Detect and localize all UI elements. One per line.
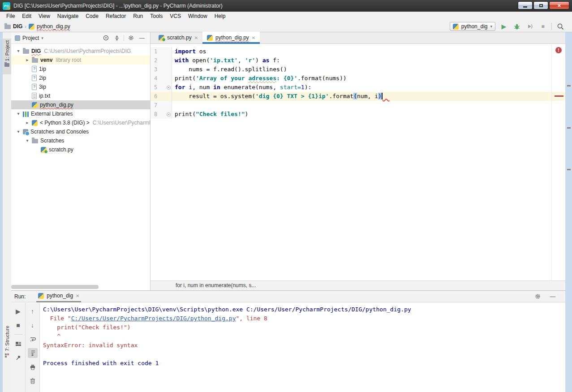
tree-row[interactable]: ▾Scratches and Consoles (11, 127, 150, 136)
tree-row[interactable]: 1ip (11, 65, 150, 73)
editor-tab-scratch-py[interactable]: scratch.py✕ (154, 32, 202, 43)
collapse-all-button[interactable] (112, 34, 121, 43)
close-icon[interactable]: ✕ (194, 35, 198, 40)
code-line[interactable]: 4print('Array of your adresses: {0}'.for… (151, 74, 565, 83)
tree-row[interactable]: ▸venvlibrary root (11, 56, 150, 65)
breadcrumb: DIG › python_dig.py (0, 23, 70, 30)
code-line[interactable]: 5for i, num in enumerate(nums, start=1): (151, 83, 565, 92)
rerun-button[interactable]: ▶ (13, 306, 23, 316)
tool-window-button-structure[interactable]: 7: Structure (3, 326, 11, 358)
error-indicator-icon[interactable]: ! (555, 47, 562, 53)
fold-marker-icon[interactable] (167, 112, 171, 116)
menu-item-run[interactable]: Run (129, 12, 146, 21)
stop-process-button[interactable]: ■ (13, 320, 23, 330)
breadcrumb-project[interactable]: DIG (13, 23, 22, 30)
close-icon[interactable]: ✕ (252, 35, 255, 40)
chevron-down-icon[interactable]: ▾ (14, 109, 23, 118)
clear-console-button[interactable] (28, 376, 38, 386)
tree-row[interactable]: ▾DIGC:\Users\User\PycharmProjects\DIG (11, 47, 150, 56)
tab-label: scratch.py (167, 34, 192, 41)
line-number: 6 (151, 92, 166, 101)
tree-row[interactable]: ip.txt (11, 91, 150, 100)
chevron-right-icon[interactable]: ▸ (23, 118, 32, 127)
tree-row[interactable]: ▾External Libraries (11, 109, 150, 118)
next-occurrence-button[interactable]: ↓ (28, 320, 38, 330)
code-editor[interactable]: 1import os2with open('ip.txt', 'r') as f… (151, 44, 565, 280)
run-configuration-select[interactable]: python_dig ▾ (450, 22, 495, 31)
run-console[interactable]: C:\Users\User\PycharmProjects\DIG\venv\S… (40, 303, 565, 392)
chevron-down-icon[interactable]: ▾ (41, 36, 43, 40)
editor-tabbar: scratch.py✕python_dig.py✕ (151, 32, 565, 44)
soft-wrap-button[interactable] (28, 334, 38, 344)
chevron-down-icon[interactable]: ▾ (14, 127, 23, 136)
chevron-right-icon[interactable]: ▸ (23, 56, 32, 65)
hide-run-panel-button[interactable]: — (548, 292, 557, 301)
restore-layout-button[interactable] (13, 339, 23, 349)
run-tab[interactable]: python_dig ✕ (36, 291, 81, 302)
search-everywhere-button[interactable] (556, 22, 565, 31)
prev-occurrence-button[interactable]: ↑ (28, 306, 38, 316)
breadcrumb-separator-icon: › (25, 24, 26, 29)
project-panel-title[interactable]: Project (22, 35, 39, 41)
tool-window-button-project[interactable]: 1: Project (3, 40, 11, 67)
menu-item-window[interactable]: Window (185, 12, 211, 21)
print-button[interactable] (28, 362, 38, 372)
tree-row[interactable]: scratch.py (11, 145, 150, 154)
scroll-to-end-button[interactable] (28, 348, 38, 358)
minimize-button[interactable] (518, 1, 533, 9)
close-icon[interactable]: ✕ (76, 293, 79, 298)
tree-row[interactable]: python_dig.py (11, 100, 150, 109)
code-segment: num, i (357, 93, 378, 99)
fold-gutter (166, 65, 172, 74)
breadcrumb-file[interactable]: python_dig.py (37, 23, 70, 30)
tree-row[interactable]: 2ip (11, 73, 150, 82)
code-text (172, 101, 565, 110)
menu-item-edit[interactable]: Edit (18, 12, 35, 21)
file-q-icon (32, 66, 37, 72)
maximize-button[interactable] (533, 1, 548, 9)
menu-item-refactor[interactable]: Refactor (102, 12, 129, 21)
menu-item-help[interactable]: Help (211, 12, 229, 21)
menu-item-code[interactable]: Code (82, 12, 102, 21)
run-panel-label: Run: (14, 293, 26, 300)
code-line[interactable]: 3 nums = f.read().splitlines() (151, 65, 565, 74)
tree-item-label: External Libraries (31, 109, 73, 118)
pin-tab-button[interactable] (13, 353, 23, 362)
code-line[interactable]: 8print("Check files!") (151, 110, 565, 119)
console-file-link[interactable]: C:/Users/User/PycharmProjects/DIG/python… (71, 315, 236, 322)
code-line[interactable]: 7 (151, 101, 565, 110)
chevron-down-icon[interactable]: ▾ (23, 136, 32, 145)
error-stripe-mark[interactable] (555, 95, 563, 97)
run-with-coverage-button[interactable] (525, 22, 534, 31)
console-line: ^ (43, 332, 565, 341)
run-settings-button[interactable] (533, 292, 542, 301)
menu-item-navigate[interactable]: Navigate (54, 12, 82, 21)
stop-button[interactable]: ■ (538, 22, 547, 31)
code-line[interactable]: 2with open('ip.txt', 'r') as f: (151, 56, 565, 65)
close-button[interactable]: ✕ (549, 1, 569, 9)
code-segment: i, num (185, 84, 213, 90)
project-settings-button[interactable] (126, 34, 135, 43)
scrollbar-error-mark (567, 85, 571, 86)
menu-item-view[interactable]: View (35, 12, 54, 21)
editor-tab-python_dig-py[interactable]: python_dig.py✕ (202, 32, 260, 43)
locate-file-button[interactable] (101, 34, 110, 43)
project-hscrollbar[interactable] (11, 285, 151, 289)
fold-marker-icon[interactable] (167, 86, 171, 90)
hide-panel-button[interactable]: — (138, 34, 146, 43)
tree-row[interactable]: ▸< Python 3.8 (DIG) >C:\Users\User\Pycha… (11, 118, 150, 127)
run-button[interactable]: ▶ (499, 22, 508, 31)
code-line[interactable]: 1import os (151, 47, 565, 56)
tree-row[interactable]: 3ip (11, 82, 150, 91)
chevron-down-icon[interactable]: ▾ (14, 47, 23, 56)
menu-item-tools[interactable]: Tools (146, 12, 166, 21)
menu-item-file[interactable]: File (3, 12, 18, 21)
tree-item-label: ip.txt (39, 91, 50, 100)
chevron-down-icon: ▾ (490, 24, 492, 29)
code-line[interactable]: 6 result = os.system('dig {0} TXT > {1}i… (151, 92, 565, 101)
run-toolbar-primary: ▶ ■ (11, 303, 26, 392)
scrollbar-thumb[interactable] (11, 285, 99, 289)
tree-row[interactable]: ▾Scratches (11, 136, 150, 145)
debug-button[interactable] (512, 22, 521, 31)
menu-item-vcs[interactable]: VCS (166, 12, 185, 21)
